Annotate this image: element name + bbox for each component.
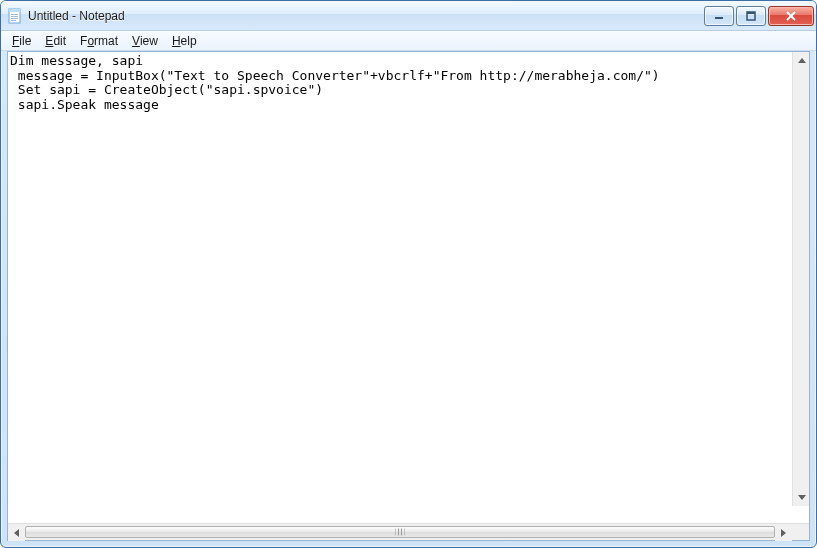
text-editor[interactable] — [8, 52, 809, 523]
svg-rect-1 — [9, 9, 20, 12]
minimize-icon — [714, 11, 724, 21]
scroll-down-button[interactable] — [793, 489, 809, 506]
scroll-grip-icon — [396, 529, 405, 536]
horizontal-scrollbar[interactable] — [8, 523, 809, 540]
maximize-icon — [746, 11, 756, 21]
menu-view-rest: iew — [140, 34, 158, 48]
chevron-right-icon — [781, 529, 786, 537]
editor-wrap — [8, 52, 809, 523]
window-controls — [702, 6, 814, 26]
menubar: File Edit Format View Help — [1, 31, 816, 51]
scroll-left-button[interactable] — [8, 524, 25, 541]
notepad-icon — [7, 8, 23, 24]
vertical-scrollbar[interactable] — [792, 52, 809, 506]
maximize-button[interactable] — [736, 6, 766, 26]
minimize-button[interactable] — [704, 6, 734, 26]
chevron-down-icon — [798, 495, 806, 500]
svg-rect-8 — [747, 12, 755, 14]
menu-view[interactable]: View — [125, 32, 165, 50]
scrollbar-corner — [792, 524, 809, 540]
menu-file-rest: ile — [19, 34, 31, 48]
close-icon — [785, 11, 797, 21]
menu-edit[interactable]: Edit — [38, 32, 73, 50]
menu-help-rest: elp — [181, 34, 197, 48]
scroll-thumb[interactable] — [25, 526, 775, 538]
menu-help[interactable]: Help — [165, 32, 204, 50]
window-title: Untitled - Notepad — [28, 9, 702, 23]
scroll-track[interactable] — [25, 524, 775, 540]
menu-file[interactable]: File — [5, 32, 38, 50]
window-frame: Untitled - Notepad File Edit Format View… — [0, 0, 817, 548]
titlebar[interactable]: Untitled - Notepad — [1, 1, 816, 31]
chevron-up-icon — [798, 58, 806, 63]
menu-format-rest: rmat — [94, 34, 118, 48]
scroll-right-button[interactable] — [775, 524, 792, 541]
svg-rect-6 — [715, 17, 723, 19]
chevron-left-icon — [14, 529, 19, 537]
menu-edit-rest: dit — [53, 34, 66, 48]
menu-format[interactable]: Format — [73, 32, 125, 50]
close-button[interactable] — [768, 6, 814, 26]
client-area — [7, 51, 810, 541]
scroll-up-button[interactable] — [793, 52, 809, 69]
